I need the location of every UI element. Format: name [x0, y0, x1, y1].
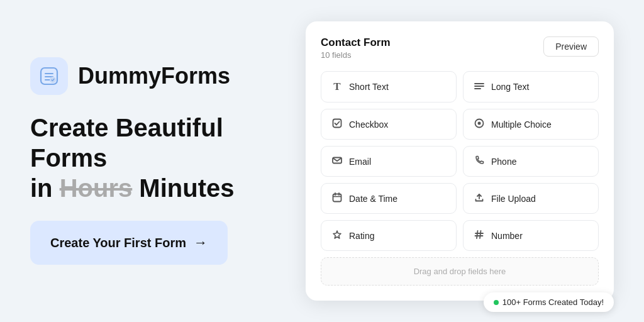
field-item[interactable]: Email [321, 146, 457, 177]
left-panel: DummyForms Create Beautiful Forms in Hou… [30, 57, 301, 265]
cta-arrow-icon: → [194, 235, 208, 251]
check-icon [331, 118, 343, 130]
field-item[interactable]: Multiple Choice [463, 109, 599, 140]
field-label: Multiple Choice [491, 119, 552, 130]
form-card-header: Contact Form 10 fields Preview [321, 36, 599, 60]
field-label: Phone [491, 157, 516, 167]
form-card-title: Contact Form [321, 36, 391, 49]
green-dot-icon [494, 300, 499, 305]
hash-icon [474, 230, 485, 242]
field-item[interactable]: File Upload [463, 183, 599, 214]
calendar-icon [331, 192, 343, 204]
logo-row: DummyForms [30, 57, 301, 95]
headline-prefix: in [30, 174, 60, 202]
field-label: File Upload [491, 194, 536, 204]
field-item[interactable]: Rating [321, 220, 457, 251]
logo-svg [39, 66, 59, 86]
logo-text: DummyForms [78, 63, 230, 89]
field-item[interactable]: TShort Text [321, 71, 457, 103]
svg-line-14 [480, 231, 481, 238]
headline-line2: in Hours Minutes [30, 173, 301, 203]
notification-label: 100+ Forms Created Today! [502, 297, 604, 307]
form-card-title-block: Contact Form 10 fields [321, 36, 391, 60]
field-label: Checkbox [349, 119, 388, 130]
svg-rect-5 [333, 119, 341, 128]
field-item[interactable]: Long Text [463, 71, 599, 103]
field-item[interactable]: Date & Time [321, 183, 457, 214]
cta-label: Create Your First Form [50, 236, 186, 250]
field-label: Number [491, 231, 523, 241]
svg-point-7 [478, 122, 481, 125]
field-label: Date & Time [349, 194, 397, 204]
create-form-button[interactable]: Create Your First Form → [30, 221, 228, 265]
upload-icon [474, 192, 485, 204]
svg-rect-9 [333, 194, 341, 202]
logo-icon [30, 57, 68, 95]
fields-grid: TShort TextLong TextCheckboxMultiple Cho… [321, 71, 599, 251]
notification-badge: 100+ Forms Created Today! [484, 292, 614, 312]
form-card: Contact Form 10 fields Preview TShort Te… [306, 21, 614, 301]
headline-line1: Create Beautiful Forms [30, 113, 301, 173]
circle-icon [474, 118, 485, 130]
form-card-subtitle: 10 fields [321, 50, 391, 60]
field-item[interactable]: Checkbox [321, 109, 457, 140]
field-label: Long Text [491, 82, 529, 92]
field-item[interactable]: Phone [463, 146, 599, 177]
text-icon: T [331, 80, 343, 93]
headline-struck: Hours [60, 174, 133, 202]
mail-icon [331, 155, 343, 167]
field-label: Email [349, 157, 371, 167]
lines-icon [474, 81, 485, 93]
phone-icon [474, 155, 485, 167]
drop-zone[interactable]: Drag and drop fields here [321, 257, 599, 286]
preview-button[interactable]: Preview [543, 36, 599, 57]
field-label: Rating [349, 231, 374, 241]
headline: Create Beautiful Forms in Hours Minutes [30, 113, 301, 203]
right-panel: Contact Form 10 fields Preview TShort Te… [306, 21, 614, 301]
star-icon [331, 230, 343, 242]
drop-zone-label: Drag and drop fields here [414, 267, 506, 276]
field-item[interactable]: Number [463, 220, 599, 251]
svg-line-13 [477, 231, 478, 238]
field-label: Short Text [349, 82, 389, 92]
headline-minutes: Minutes [132, 174, 234, 202]
